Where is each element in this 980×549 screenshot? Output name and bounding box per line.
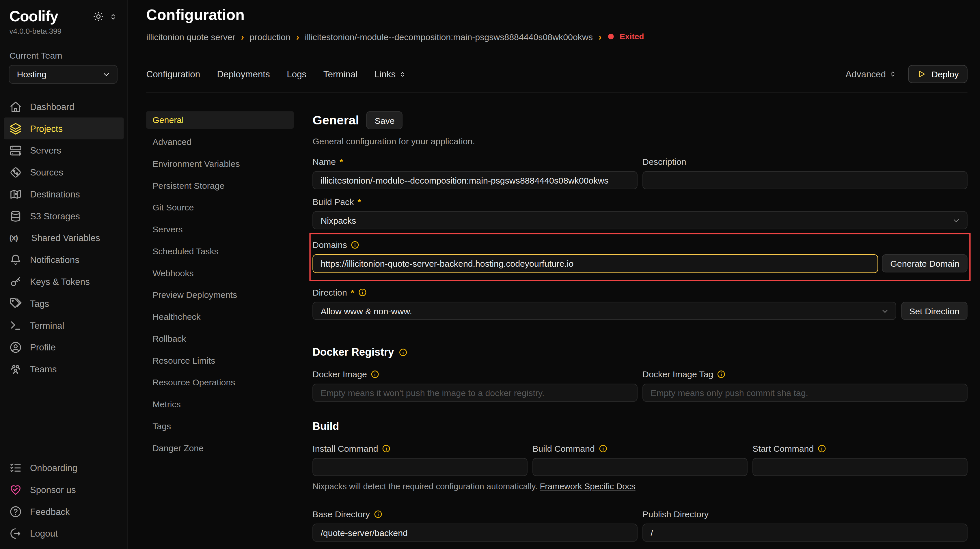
build-command-input[interactable] (533, 458, 748, 476)
chevrons-up-down-icon[interactable] (109, 12, 118, 21)
subnav-danger-zone[interactable]: Danger Zone (146, 440, 294, 457)
tab-deployments[interactable]: Deployments (217, 69, 270, 79)
save-button[interactable]: Save (366, 111, 402, 129)
sidebar-item-profile[interactable]: Profile (0, 336, 127, 358)
sidebar-item-projects[interactable]: Projects (4, 117, 124, 140)
name-label: Name (312, 157, 336, 167)
domains-highlight-box: Domains Generate Domain (309, 233, 970, 281)
info-icon[interactable] (717, 370, 725, 378)
chevrons-up-down-icon (889, 70, 897, 78)
chevron-down-icon (102, 70, 111, 79)
sidebar-item-terminal[interactable]: Terminal (0, 314, 127, 336)
subnav-servers[interactable]: Servers (146, 221, 294, 238)
set-direction-button[interactable]: Set Direction (901, 301, 967, 320)
play-icon (917, 69, 926, 79)
build-pack-select[interactable]: Nixpacks (312, 211, 967, 230)
map-icon (9, 187, 22, 200)
subnav-webhooks[interactable]: Webhooks (146, 264, 294, 282)
info-icon[interactable] (382, 444, 391, 453)
subnav-scheduled-tasks[interactable]: Scheduled Tasks (146, 243, 294, 260)
tabs-divider (146, 92, 967, 92)
git-source-icon (9, 166, 22, 178)
name-input[interactable] (312, 171, 638, 189)
info-icon[interactable] (399, 348, 408, 357)
page-title: Configuration (146, 6, 967, 24)
sidebar-item-dashboard[interactable]: Dashboard (0, 95, 127, 117)
description-label: Description (643, 157, 686, 167)
subnav-resource-operations[interactable]: Resource Operations (146, 373, 294, 391)
info-icon[interactable] (371, 370, 379, 378)
subnav-persistent-storage[interactable]: Persistent Storage (146, 177, 294, 195)
subnav-git-source[interactable]: Git Source (146, 198, 294, 216)
breadcrumb-separator: › (296, 31, 299, 42)
tabs-row: Configuration Deployments Logs Terminal … (146, 65, 967, 83)
info-icon[interactable] (598, 444, 607, 453)
tab-links[interactable]: Links (374, 69, 406, 79)
subnav-healthcheck[interactable]: Healthcheck (146, 308, 294, 325)
start-command-input[interactable] (752, 458, 967, 476)
domains-input[interactable] (312, 254, 878, 273)
breadcrumb-application[interactable]: illicitestonion/-module--decomposition:m… (305, 32, 593, 41)
direction-select[interactable]: Allow www & non-www. (312, 301, 896, 320)
generate-domain-button[interactable]: Generate Domain (882, 254, 967, 273)
subnav-general[interactable]: General (146, 111, 294, 129)
base-directory-input[interactable] (312, 524, 638, 542)
tags-icon (9, 297, 22, 309)
sidebar-item-sponsor-us[interactable]: Sponsor us (0, 479, 127, 500)
framework-docs-link[interactable]: Framework Specific Docs (540, 482, 635, 491)
sidebar-item-tags[interactable]: Tags (0, 292, 127, 314)
docker-image-input[interactable] (312, 384, 638, 402)
tab-terminal[interactable]: Terminal (323, 69, 358, 79)
nixpacks-note: Nixpacks will detect the required config… (312, 482, 537, 491)
build-command-label: Build Command (533, 444, 595, 454)
info-icon[interactable] (818, 444, 826, 453)
database-icon (9, 209, 22, 222)
tab-configuration[interactable]: Configuration (146, 69, 200, 79)
terminal-icon (9, 319, 22, 332)
subnav-tags[interactable]: Tags (146, 417, 294, 435)
sidebar-item-notifications[interactable]: Notifications (0, 249, 127, 270)
publish-directory-label: Publish Directory (643, 509, 709, 519)
deploy-button[interactable]: Deploy (908, 65, 967, 83)
sidebar-item-logout[interactable]: Logout (0, 522, 127, 544)
advanced-menu[interactable]: Advanced (845, 69, 897, 79)
tab-logs[interactable]: Logs (287, 69, 306, 79)
subnav-metrics[interactable]: Metrics (146, 395, 294, 413)
build-heading: Build (312, 420, 339, 433)
docker-image-tag-label: Docker Image Tag (643, 369, 713, 379)
heart-icon (9, 483, 22, 496)
docker-image-tag-input[interactable] (643, 384, 967, 402)
subnav-preview-deployments[interactable]: Preview Deployments (146, 286, 294, 304)
sun-icon[interactable] (93, 11, 104, 22)
subnav-rollback[interactable]: Rollback (146, 330, 294, 347)
bell-icon (9, 254, 22, 266)
sidebar-item-servers[interactable]: Servers (0, 140, 127, 161)
key-icon (9, 275, 22, 287)
subnav-advanced[interactable]: Advanced (146, 133, 294, 151)
sidebar-item-keys-tokens[interactable]: Keys & Tokens (0, 270, 127, 292)
sidebar-item-destinations[interactable]: Destinations (0, 183, 127, 205)
install-command-input[interactable] (312, 458, 528, 476)
team-select[interactable]: Hosting (9, 65, 118, 84)
sidebar-item-teams[interactable]: Teams (0, 358, 127, 380)
breadcrumb-project[interactable]: illicitonion quote server (146, 32, 235, 41)
app-window: Coolify v4.0.0-beta.399 Current Team Hos… (0, 0, 980, 549)
info-icon[interactable] (351, 240, 360, 249)
main-area: Configuration illicitonion quote server … (128, 0, 980, 549)
sidebar-item-onboarding[interactable]: Onboarding (0, 457, 127, 479)
publish-directory-input[interactable] (643, 524, 967, 542)
sidebar-item-sources[interactable]: Sources (0, 161, 127, 183)
checklist-icon (9, 461, 22, 474)
subnav-environment-variables[interactable]: Environment Variables (146, 155, 294, 173)
sidebar-item-s3-storages[interactable]: S3 Storages (0, 205, 127, 227)
general-form: General Save General configuration for y… (312, 111, 967, 549)
breadcrumb-environment[interactable]: production (250, 32, 291, 41)
info-icon[interactable] (374, 510, 382, 519)
logout-icon (9, 527, 22, 539)
status-badge: Exited (620, 32, 644, 41)
info-icon[interactable] (358, 288, 367, 297)
sidebar-item-shared-variables[interactable]: (x) Shared Variables (0, 227, 127, 249)
subnav-resource-limits[interactable]: Resource Limits (146, 352, 294, 370)
sidebar-item-feedback[interactable]: Feedback (0, 500, 127, 522)
description-input[interactable] (643, 171, 967, 189)
